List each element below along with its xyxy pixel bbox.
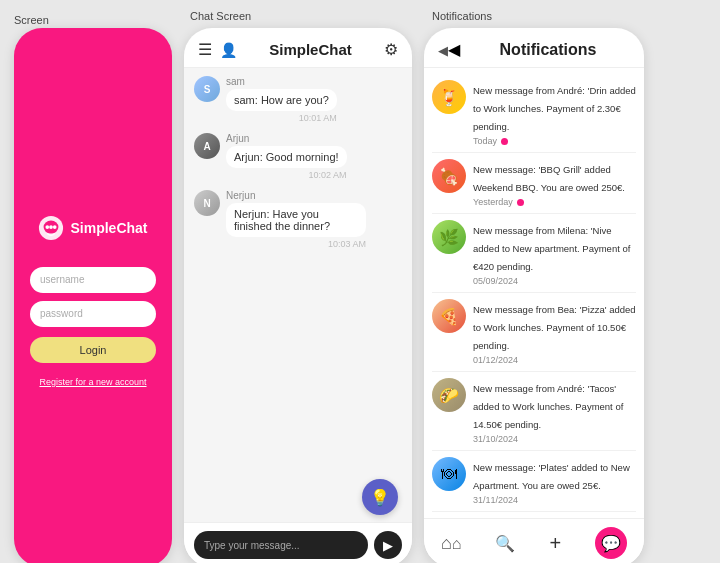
notifications-title: Notifications [466,41,630,59]
notification-date: Yesterday [473,197,513,207]
notifications-phone: ◀ Notifications 🍹 New message from André… [424,28,644,563]
notification-image: 🍽 [432,457,466,491]
app-logo-icon [38,215,64,241]
chat-row: S sam sam: How are you? 10:01 AM [194,76,402,123]
svg-point-2 [46,225,50,229]
message-time: 10:01 AM [226,113,337,123]
notification-content: New message from André: 'Tacos' added to… [473,378,636,444]
notification-item[interactable]: 🍹 New message from André: 'Drin added to… [432,74,636,153]
notification-content: New message from Bea: 'Pizza' added to W… [473,299,636,365]
notification-date: 31/11/2024 [473,495,518,505]
notification-date: 01/12/2024 [473,355,518,365]
send-button[interactable]: ▶ [374,531,402,559]
chat-title: SimpleChat [245,41,376,58]
unread-dot [501,138,508,145]
sender-name: Arjun [226,133,347,144]
notification-image: 🌿 [432,220,466,254]
idea-fab-button[interactable]: 💡 [362,479,398,515]
username-input[interactable]: username [30,267,156,293]
sender-name: sam [226,76,337,87]
search-nav-icon[interactable]: 🔍 [495,534,515,553]
username-placeholder: username [40,274,84,285]
sender-name: Nerjun [226,190,366,201]
avatar: S [194,76,220,102]
menu-icon[interactable] [198,40,212,59]
notification-content: New message from Milena: 'Nive added to … [473,220,636,286]
notifications-screen-label: Notifications [432,10,492,22]
message-time: 10:02 AM [226,170,347,180]
notifications-header: ◀ Notifications [424,28,644,68]
message-block: Arjun Arjun: Good morning! 10:02 AM [226,133,347,180]
notification-text: New message from André: 'Drin added to W… [473,85,636,132]
chat-screen-label: Chat Screen [190,10,251,22]
message-input[interactable]: Type your message... [194,531,368,559]
login-phone: SimpleChat username password Login Regis… [14,28,172,563]
notification-image: 🍖 [432,159,466,193]
login-screen-label: Screen [14,14,49,26]
chat-icon: 💬 [601,534,621,553]
message-time: 10:03 AM [226,239,366,249]
register-link[interactable]: Register for a new account [39,377,146,387]
send-icon: ▶ [383,538,393,553]
notification-item[interactable]: 🍖 New message: 'BBQ Grill' added Weekend… [432,153,636,214]
notification-text: New message: 'Plates' added to New Apart… [473,462,630,491]
password-placeholder: password [40,308,83,319]
password-input[interactable]: password [30,301,156,327]
message-text: Nerjun: Have you finished the dinner? [234,208,330,232]
notification-content: New message: 'Plates' added to New Apart… [473,457,636,505]
message-block: Nerjun Nerjun: Have you finished the din… [226,190,366,249]
notification-date: 31/10/2024 [473,434,518,444]
chat-nav-icon[interactable]: 💬 [595,527,627,559]
chat-messages-area: S sam sam: How are you? 10:01 AM A Arjun… [184,68,412,522]
notification-item[interactable]: 🌿 New message from Milena: 'Nive added t… [432,214,636,293]
notification-content: New message from André: 'Drin added to W… [473,80,636,146]
chat-phone: SimpleChat S sam sam: How are you? 10:01… [184,28,412,563]
bulb-icon: 💡 [370,488,390,507]
notification-image: 🍕 [432,299,466,333]
message-text: Arjun: Good morning! [234,151,339,163]
notification-text: New message from André: 'Tacos' added to… [473,383,623,430]
notification-image: 🍹 [432,80,466,114]
chat-bubble: Nerjun: Have you finished the dinner? [226,203,366,237]
login-logo: SimpleChat [38,215,147,241]
login-button[interactable]: Login [30,337,156,363]
back-icon[interactable]: ◀ [438,40,460,59]
chat-bubble: Arjun: Good morning! [226,146,347,168]
notification-date: 05/09/2024 [473,276,518,286]
bottom-nav: ⌂ 🔍 + 💬 [424,518,644,563]
chat-row: N Nerjun Nerjun: Have you finished the d… [194,190,402,249]
notification-text: New message from Milena: 'Nive added to … [473,225,630,272]
login-btn-label: Login [80,344,107,356]
login-app-name: SimpleChat [70,220,147,236]
message-text: sam: How are you? [234,94,329,106]
notification-text: New message: 'BBQ Grill' added Weekend B… [473,164,625,193]
chat-input-bar: Type your message... ▶ [184,522,412,563]
avatar: A [194,133,220,159]
chat-row: A Arjun Arjun: Good morning! 10:02 AM [194,133,402,180]
notification-date: Today [473,136,497,146]
settings-icon[interactable] [384,40,398,59]
chat-bubble: sam: How are you? [226,89,337,111]
chat-header: SimpleChat [184,28,412,68]
notification-item[interactable]: 🍽 New message: 'Plates' added to New Apa… [432,451,636,512]
home-nav-icon[interactable]: ⌂ [441,533,462,554]
notification-item[interactable]: 🍕 New message from Bea: 'Pizza' added to… [432,293,636,372]
svg-point-4 [53,225,57,229]
notification-item[interactable]: 🌮 New message from André: 'Tacos' added … [432,372,636,451]
svg-point-3 [50,225,54,229]
add-nav-icon[interactable]: + [549,532,561,555]
unread-dot [517,199,524,206]
profile-icon[interactable] [220,41,237,59]
notification-content: New message: 'BBQ Grill' added Weekend B… [473,159,636,207]
avatar: N [194,190,220,216]
notifications-list: 🍹 New message from André: 'Drin added to… [424,68,644,518]
message-block: sam sam: How are you? 10:01 AM [226,76,337,123]
input-placeholder: Type your message... [204,540,300,551]
notification-image: 🌮 [432,378,466,412]
notification-text: New message from Bea: 'Pizza' added to W… [473,304,636,351]
